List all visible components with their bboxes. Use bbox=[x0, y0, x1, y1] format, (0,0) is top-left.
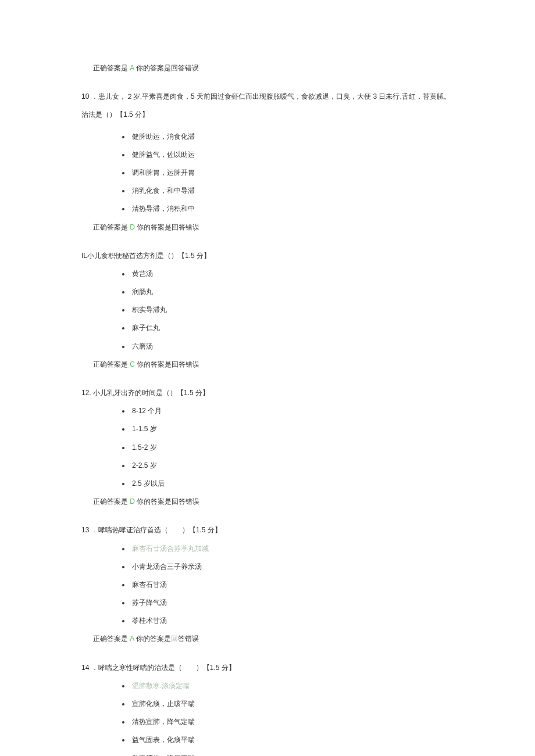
q14-opt-a: 温肺散寒.涤痰定喘 bbox=[81, 680, 454, 691]
tail-pre: 你的答案是 bbox=[136, 635, 171, 643]
q10-opt-c: 调和脾胃，运脾开胃 bbox=[81, 167, 454, 178]
q13-body: ．哮喘热哮证治疗首选（ ）【1.5 分】 bbox=[91, 526, 222, 534]
q12-text: 12. 小儿乳牙出齐的时间是（）【1.5 分】 bbox=[81, 388, 454, 399]
q10-opt-a: 健脾助运，消食化滞 bbox=[81, 131, 454, 142]
q12-options: 8-12 个月 1-1.5 岁 1.5-2 岁 2-2.5 岁 2.5 岁以后 bbox=[81, 406, 454, 489]
q14-options: 温肺散寒.涤痰定喘 宣肺化痰，止咳平喘 清热宣肺，降气定喘 益气固表，化痰平喘 … bbox=[81, 680, 454, 756]
q12-opt-d: 2-2.5 岁 bbox=[81, 460, 454, 471]
correct-letter: A bbox=[130, 635, 134, 643]
q13-answer: 正确答案是 A 你的答案是回答错误 bbox=[93, 633, 454, 644]
q12-answer: 正确答案是 D 你的答案是回答错误 bbox=[93, 496, 454, 507]
q10-answer: 正确答案是 D 你的答案是回答错误 bbox=[93, 222, 454, 233]
q10-opt-d: 消乳化食，和中导滞 bbox=[81, 185, 454, 196]
q14-text: 14 ．哮喘之寒性哮喘的治法是（ ）【1.5 分】 bbox=[81, 662, 454, 673]
q13-opt-d: 苏子降气汤 bbox=[81, 597, 454, 608]
correct-letter: A bbox=[130, 64, 134, 72]
tail-mid: 回 bbox=[171, 635, 178, 643]
q12-opt-c: 1.5-2 岁 bbox=[81, 442, 454, 453]
q11-opt-b: 润肠丸 bbox=[81, 286, 454, 298]
q10-text: 10 ．患儿女，２岁,平素喜是肉食，5 天前因过食虾仁而出现腹胀嗳气，食欲减退，… bbox=[81, 91, 454, 102]
q10-options: 健脾助运，消食化滞 健脾益气，佐以助运 调和脾胃，运脾开胃 消乳化食，和中导滞 … bbox=[81, 131, 454, 215]
q13-opt-e: 苓桂术甘汤 bbox=[81, 615, 454, 626]
q13-num: 13 bbox=[81, 526, 89, 534]
tail: 你的答案是回答错误 bbox=[137, 360, 199, 368]
highlight: 温肺散寒.涤痰定喘 bbox=[132, 682, 190, 690]
correct-letter: D bbox=[130, 497, 135, 506]
label: 正确答案是 bbox=[93, 64, 128, 72]
q13-text: 13 ．哮喘热哮证治疗首选（ ）【1.5 分】 bbox=[81, 525, 454, 536]
q10-num: 10 bbox=[81, 92, 89, 101]
q10-opt-e: 清热导滞，消积和中 bbox=[81, 203, 454, 214]
q13-options: 麻杏石廿汤合苏葶丸加减 小青龙汤合三子养亲汤 麻杏石甘汤 苏子降气汤 苓桂术甘汤 bbox=[81, 543, 454, 627]
highlight: 麻杏石廿汤合苏葶丸加减 bbox=[132, 544, 209, 553]
correct-letter: D bbox=[130, 223, 135, 231]
q10-opt-b: 健脾益气，佐以助运 bbox=[81, 149, 454, 160]
q11-answer: 正确答案是 C 你的答案是回答错误 bbox=[93, 359, 454, 370]
q12-opt-a: 8-12 个月 bbox=[81, 406, 454, 417]
q11-opt-d: 麻子仁丸 bbox=[81, 323, 454, 334]
tail: 你的答案是回答错误 bbox=[136, 64, 199, 72]
q13-opt-a: 麻杏石廿汤合苏葶丸加减 bbox=[81, 543, 454, 554]
label: 正确答案是 bbox=[93, 223, 128, 231]
tail-post: 答错误 bbox=[178, 635, 199, 643]
q14-opt-e: 散寒清热，降气平喘 bbox=[81, 753, 454, 756]
q13-opt-c: 麻杏石甘汤 bbox=[81, 579, 454, 590]
label: 正确答案是 bbox=[93, 497, 128, 506]
tail: 你的答案是回答错误 bbox=[137, 223, 199, 231]
q11-text: IL小儿食积便秘首选方剂是（）【1.5 分】 bbox=[81, 250, 454, 261]
q10-body: ．患儿女，２岁,平素喜是肉食，5 天前因过食虾仁而出现腹胀嗳气，食欲减退，口臭，… bbox=[91, 92, 451, 101]
q14-opt-b: 宣肺化痰，止咳平喘 bbox=[81, 698, 454, 710]
q9-answer: 正确答案是 A 你的答案是回答错误 bbox=[93, 63, 454, 74]
q14-opt-d: 益气固表，化痰平喘 bbox=[81, 734, 454, 746]
q13-opt-b: 小青龙汤合三子养亲汤 bbox=[81, 561, 454, 572]
q12-opt-e: 2.5 岁以后 bbox=[81, 478, 454, 489]
q11-opt-a: 黄芑汤 bbox=[81, 268, 454, 280]
q14-num: 14 bbox=[81, 664, 89, 672]
correct-letter: C bbox=[130, 360, 135, 368]
label: 正确答案是 bbox=[93, 635, 128, 643]
label: 正确答案是 bbox=[93, 360, 128, 368]
q11-options: 黄芑汤 润肠丸 枳实导滞丸 麻子仁丸 六磨汤 bbox=[81, 268, 454, 352]
q11-opt-c: 枳实导滞丸 bbox=[81, 304, 454, 316]
q12-opt-b: 1-1.5 岁 bbox=[81, 424, 454, 435]
q14-body: ．哮喘之寒性哮喘的治法是（ ）【1.5 分】 bbox=[91, 664, 236, 672]
q11-opt-e: 六磨汤 bbox=[81, 341, 454, 352]
tail: 你的答案是回答错误 bbox=[137, 497, 199, 506]
q10-sub: 治法是（）【1.5 分】 bbox=[81, 109, 454, 120]
q14-opt-c: 清热宣肺，降气定喘 bbox=[81, 716, 454, 728]
